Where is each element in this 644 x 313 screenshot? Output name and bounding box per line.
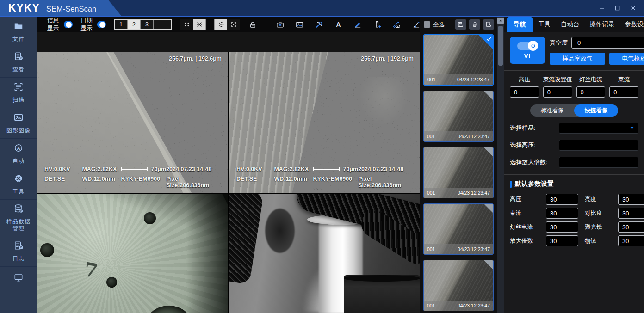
- vent-gun-button[interactable]: 电气枪放气: [609, 53, 644, 65]
- sidebar-item-graphics[interactable]: 图形图像: [0, 108, 37, 139]
- thumbnail-caption: 00104/23 12:23:47: [424, 244, 493, 254]
- switch-on-icon[interactable]: [64, 21, 73, 28]
- view-segment-3[interactable]: 3: [141, 20, 154, 29]
- tab-tools[interactable]: 工具: [533, 17, 555, 32]
- monitor-icon: [13, 272, 24, 284]
- camera-button[interactable]: [274, 18, 286, 31]
- delete-images-button[interactable]: [469, 19, 480, 30]
- detector-readout: DET:SE: [44, 176, 82, 189]
- right-panel: 导航工具自动台操作记录参数设置 VI 真空度: [504, 17, 644, 313]
- sidebar-item-files[interactable]: 文件: [0, 17, 37, 47]
- tab-operation-log[interactable]: 操作记录: [585, 17, 619, 32]
- default-magnification-input[interactable]: [546, 235, 578, 246]
- select-sample-dropdown[interactable]: [559, 123, 638, 134]
- vi-vacuum-button[interactable]: VI: [510, 37, 545, 64]
- repair-tools-button[interactable]: [313, 18, 325, 31]
- vi-toggle[interactable]: [517, 42, 538, 50]
- scale-label: 70μm: [151, 166, 166, 172]
- sidebar-item-partial[interactable]: [0, 267, 37, 313]
- select-all-checkbox[interactable]: [424, 21, 430, 28]
- filament-readout-field: 灯丝电流: [576, 76, 606, 98]
- thumbnail-scrollbar[interactable]: [497, 17, 504, 313]
- close-button[interactable]: [628, 3, 638, 12]
- section-accent-bar: [510, 181, 512, 188]
- select-magnification-dropdown[interactable]: [559, 157, 638, 168]
- default-filament-input[interactable]: [546, 221, 578, 233]
- sidebar-item-label: 图形图像: [6, 127, 31, 134]
- default-contrast-input[interactable]: [618, 208, 644, 219]
- thumbnail-timestamp: 04/23 12:23:47: [458, 303, 490, 308]
- scrollbar-thumb[interactable]: [498, 26, 503, 66]
- beam-input[interactable]: [609, 86, 638, 98]
- save-images-button[interactable]: [455, 19, 466, 30]
- sem-image-1[interactable]: 256.7μm. | 192.6μm HV:0.0KV MAG:2.82KX 7…: [37, 52, 228, 193]
- sidebar-item-label: 文件: [12, 36, 25, 43]
- view-segment-empty[interactable]: [154, 20, 171, 29]
- chamber-camera-stage-view[interactable]: 6 7 4: [37, 194, 228, 313]
- layout-mode-pair: [180, 19, 206, 30]
- default-brightness-input[interactable]: [618, 194, 644, 205]
- thumbnail-item[interactable]: 00104/23 12:23:47: [423, 34, 494, 86]
- dashed-circle-button[interactable]: [215, 19, 227, 30]
- lock-button[interactable]: [248, 18, 257, 31]
- sidebar-item-scan[interactable]: 扫描: [0, 78, 37, 108]
- default-beam-input[interactable]: [546, 208, 578, 219]
- scroll-up-button[interactable]: [497, 18, 504, 24]
- beam-set-input[interactable]: [543, 86, 572, 98]
- stage-block: [344, 275, 420, 313]
- tab-auto-stage[interactable]: 自动台: [556, 17, 584, 32]
- measure-eye-button[interactable]: [390, 18, 402, 31]
- sidebar-item-auto[interactable]: A自动: [0, 139, 37, 169]
- thumbnail-timestamp: 04/23 12:23:47: [458, 190, 490, 196]
- main-toolbar: 信息显示 日期显示 123 A Fit 2nd: [37, 17, 420, 32]
- thumbnail-timestamp: 04/23 12:23:47: [458, 246, 490, 252]
- default-objective-input[interactable]: [618, 235, 644, 246]
- date-display-toggle[interactable]: 日期显示: [81, 17, 106, 32]
- vent-chamber-button[interactable]: 样品室放气: [550, 53, 605, 65]
- tab-parameter-settings[interactable]: 参数设置: [620, 17, 644, 32]
- vacuum-value-input[interactable]: [571, 37, 644, 49]
- chamber-camera-column-view[interactable]: [229, 194, 420, 313]
- default-hv-input[interactable]: [546, 194, 578, 205]
- brand-logo: KYKY: [8, 2, 40, 14]
- thumbnail-caption: 00104/23 12:23:47: [424, 74, 493, 85]
- thumbnail-item[interactable]: 00104/23 12:23:47: [423, 203, 494, 255]
- sidebar-item-log[interactable]: 日志: [0, 236, 37, 267]
- view-segment-2[interactable]: 2: [128, 20, 141, 29]
- sidebar-item-sample-data[interactable]: 样品数据管理: [0, 200, 37, 236]
- view-segment-1[interactable]: 1: [115, 20, 128, 29]
- field-label: 选择放大倍数:: [510, 158, 555, 166]
- chevron-down-icon: [629, 125, 635, 133]
- sem-image-2[interactable]: 256.7μm. | 192.6μm HV:0.0KV MAG:2.82KX 7…: [229, 52, 420, 193]
- thumbnail-item[interactable]: 00104/23 12:23:47: [423, 147, 494, 198]
- quick-imaging-button[interactable]: 快捷看像: [574, 104, 618, 117]
- sidebar-item-tools[interactable]: 工具: [0, 169, 37, 200]
- switch-on-icon[interactable]: [97, 21, 106, 28]
- sidebar-item-view[interactable]: 查看: [0, 47, 37, 78]
- pattern-button[interactable]: [193, 19, 205, 30]
- info-display-toggle[interactable]: 信息显示: [47, 17, 73, 32]
- hv-input[interactable]: [510, 86, 539, 98]
- pen-button[interactable]: [352, 18, 364, 31]
- standard-imaging-button[interactable]: 标准看像: [530, 104, 574, 117]
- ruler-button[interactable]: [371, 18, 383, 31]
- thumbnail-item[interactable]: 00104/23 12:23:47: [423, 260, 494, 311]
- minimize-button[interactable]: [597, 3, 606, 12]
- focus-button[interactable]: [227, 19, 240, 30]
- filament-input[interactable]: [576, 86, 606, 98]
- preview-images-button[interactable]: [483, 19, 494, 30]
- thumbnail-item[interactable]: 00104/23 12:23:47: [423, 91, 494, 142]
- fov-size-label: 256.7μm. | 192.6μm: [361, 55, 414, 62]
- hv-readout-field: 高压: [510, 76, 539, 98]
- tab-navigation[interactable]: 导航: [507, 17, 533, 32]
- thumbnail-timestamp: 04/23 12:23:47: [457, 77, 489, 82]
- maximize-button[interactable]: [613, 3, 622, 12]
- image-tool-button[interactable]: [293, 18, 305, 31]
- braided-cable-left: [229, 194, 264, 284]
- select-hv-dropdown[interactable]: [559, 140, 638, 151]
- text-button[interactable]: A: [332, 18, 344, 31]
- default-condenser-input[interactable]: [618, 221, 644, 233]
- section-divider: [504, 70, 644, 71]
- collage-button[interactable]: [180, 19, 193, 30]
- sem-metadata-overlay: HV:0.0KV MAG:2.82KX 70μm 2024.07.23 14:4…: [236, 166, 415, 189]
